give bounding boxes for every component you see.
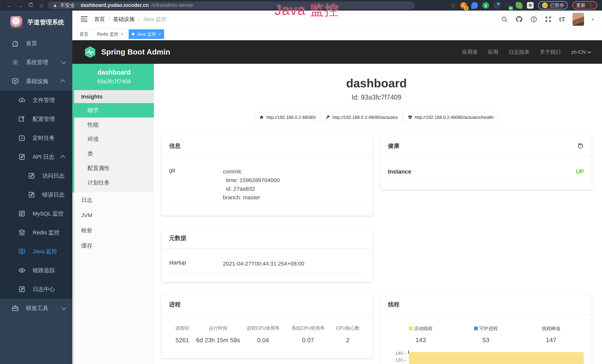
breadcrumb-infra[interactable]: 基础设施 <box>113 16 135 23</box>
sidebar-item-system[interactable]: 系统管理 <box>0 53 72 72</box>
sidebar-item-home[interactable]: 首页 <box>0 34 72 53</box>
forward-icon[interactable]: → <box>16 2 24 8</box>
threads-legend: 活动线程 143 守护进程 53 线程峰值 14 <box>388 320 584 344</box>
sba-language-select[interactable]: zh-CN <box>571 49 590 55</box>
sba-active-section: dashboard 93a3fc7f7409 Insights 细节 性能 环境… <box>72 64 154 193</box>
extension-on-badge: on <box>509 6 513 10</box>
sba-item-caches[interactable]: 缓存 <box>74 238 154 253</box>
eye-icon <box>18 267 26 274</box>
app-logo-image <box>10 16 23 28</box>
extension-grid-icon[interactable] <box>494 2 500 9</box>
column-header: 进程CPU使用率 <box>240 325 286 331</box>
sba-item-details[interactable]: 细节 <box>74 103 154 118</box>
profile-paused-pill[interactable]: 已暂停 <box>538 1 568 10</box>
sidebar-item-file-manage[interactable]: 文件管理 <box>0 91 72 110</box>
chevron-up-icon <box>60 79 65 84</box>
sba-header: Spring Boot Admin 应用墙 应用 日志报表 关于我们 zh-CN <box>72 40 602 64</box>
browser-extensions-area: ☆ C1 y on ⚙ 已暂停 更新 ⋮ <box>450 1 597 10</box>
service-url-button[interactable]: http://192.168.0.2:48080/ <box>255 112 320 123</box>
legend-value: 143 <box>388 336 453 344</box>
sidebar-item-redis-monitor[interactable]: Redis 监控 <box>0 223 72 242</box>
tag-close-icon[interactable]: × <box>121 32 123 37</box>
bookmark-star-icon[interactable]: ☆ <box>450 2 456 9</box>
extension-pin-icon[interactable] <box>471 2 478 9</box>
timer-icon <box>18 134 26 142</box>
health-card-header: 健康 <box>380 136 592 157</box>
fullscreen-icon[interactable] <box>545 16 552 23</box>
sba-item-environment[interactable]: 环境 <box>74 132 154 147</box>
sba-item-classes[interactable]: 类 <box>74 147 154 161</box>
legend-swatch-yellow <box>409 327 412 330</box>
sidebar-item-error-log[interactable]: 错误日志 <box>0 185 72 204</box>
sba-language-label: zh-CN <box>571 49 586 55</box>
smiley-avatar-icon <box>542 2 548 8</box>
sba-item-mappings[interactable]: 映射 <box>74 223 154 238</box>
health-history-icon[interactable] <box>578 142 584 150</box>
address-bar[interactable]: ▲️ 不安全 dashboard.yudao.iocoder.cn/infra/… <box>48 1 415 9</box>
navbar-actions: tT ▾ <box>501 13 594 26</box>
log-edit-icon <box>18 153 26 161</box>
sba-item-config-props[interactable]: 配置属性 <box>74 161 154 175</box>
help-icon[interactable] <box>530 16 537 23</box>
health-url-button[interactable]: http://192.168.0.2:48080/actuator/health <box>403 112 498 123</box>
app-logo-row[interactable]: 芋道管理系统 <box>0 11 72 34</box>
chevron-down-icon <box>587 50 591 54</box>
sidebar-item-log-center[interactable]: 日志中心 <box>0 280 72 299</box>
github-icon[interactable] <box>516 16 523 23</box>
actuator-url-button[interactable]: http://192.168.0.2:48080/actuator <box>321 112 402 123</box>
sidebar-item-access-log[interactable]: 访问日志 <box>0 166 72 185</box>
sba-body: dashboard 93a3fc7f7409 Insights 细节 性能 环境… <box>72 64 602 364</box>
sba-item-logfile[interactable]: 日志 <box>74 193 154 208</box>
sba-nav-applications[interactable]: 应用 <box>488 49 498 56</box>
breadcrumb-home[interactable]: 首页 <box>94 16 105 23</box>
sba-instance-header[interactable]: dashboard 93a3fc7f7409 <box>74 64 154 90</box>
extensions-puzzle-icon[interactable]: ⚙ <box>527 2 534 9</box>
threads-card-body: 活动线程 143 守护进程 53 线程峰值 14 <box>380 315 592 364</box>
search-icon[interactable] <box>501 16 508 23</box>
active-tag-dot <box>132 33 134 35</box>
process-card-body: 进程ID 运行时间 进程CPU使用率 系统CPU使用率 CPU核心数 5261 … <box>161 315 373 358</box>
sidebar-item-api-log[interactable]: API 日志 <box>0 147 72 166</box>
sidebar-item-label: 日志中心 <box>33 286 55 293</box>
extension-y-icon[interactable]: y <box>483 2 489 9</box>
sidebar-item-label: 链路追踪 <box>33 267 55 274</box>
tag-java-monitor[interactable]: Java 监控× <box>129 29 164 39</box>
cell-value: 5261 <box>169 337 196 344</box>
sidebar-item-infra[interactable]: 基础设施 <box>0 72 72 91</box>
sidebar-item-scheduled-jobs[interactable]: 定时任务 <box>0 128 72 147</box>
sba-section-insights[interactable]: Insights <box>74 90 154 103</box>
sidebar-item-mysql-monitor[interactable]: MySQL 监控 <box>0 204 72 223</box>
actuator-url-label: http://192.168.0.2:48080/actuator <box>333 115 398 120</box>
browser-update-button[interactable]: 更新 ⋮ <box>572 1 597 10</box>
row-value: 2021-04-27T00:44:31.254+08:00 <box>223 259 304 268</box>
reload-icon[interactable] <box>26 2 35 9</box>
sba-nav-journal[interactable]: 日志报表 <box>509 49 529 56</box>
tag-redis-monitor[interactable]: Redis 监控× <box>94 29 127 39</box>
home-icon[interactable]: ⌂ <box>37 2 46 8</box>
extension-leaf-icon[interactable] <box>516 2 522 9</box>
tag-home[interactable]: 首页 <box>76 29 92 39</box>
user-menu-caret-icon[interactable]: ▾ <box>591 17 594 22</box>
sidebar-item-tracing[interactable]: 链路追踪 <box>0 261 72 280</box>
sba-item-scheduled-tasks[interactable]: 计划任务 <box>74 175 154 190</box>
browser-menu-icon[interactable]: ⋮ <box>588 2 593 8</box>
font-size-icon[interactable]: tT <box>559 16 565 23</box>
sba-nav-wallboard[interactable]: 应用墙 <box>462 49 478 56</box>
extension-colorzilla-icon[interactable]: C1 <box>460 2 467 9</box>
not-secure-warning-icon: ▲️ <box>53 2 57 8</box>
hamburger-icon[interactable] <box>80 16 88 23</box>
user-avatar[interactable] <box>572 13 584 26</box>
sidebar-item-java-monitor[interactable]: Java 监控 <box>0 242 72 261</box>
health-url-label: http://192.168.0.2:48080/actuator/health <box>415 115 494 120</box>
sba-nav-about[interactable]: 关于我们 <box>540 49 561 56</box>
extension-switch-icon[interactable]: on <box>505 2 511 9</box>
sba-item-metrics[interactable]: 性能 <box>74 118 154 132</box>
sba-item-jvm[interactable]: JVM <box>74 208 154 223</box>
sidebar-item-devtools[interactable]: 研发工具 <box>0 299 72 318</box>
sidebar-item-config-manage[interactable]: 配置管理 <box>0 110 72 128</box>
spring-boot-admin-logo-icon <box>84 46 96 58</box>
tag-close-icon[interactable]: × <box>158 32 161 37</box>
sba-brand[interactable]: Spring Boot Admin <box>84 46 170 58</box>
metadata-card-header: 元数据 <box>161 228 373 249</box>
back-icon[interactable]: ← <box>5 2 14 8</box>
